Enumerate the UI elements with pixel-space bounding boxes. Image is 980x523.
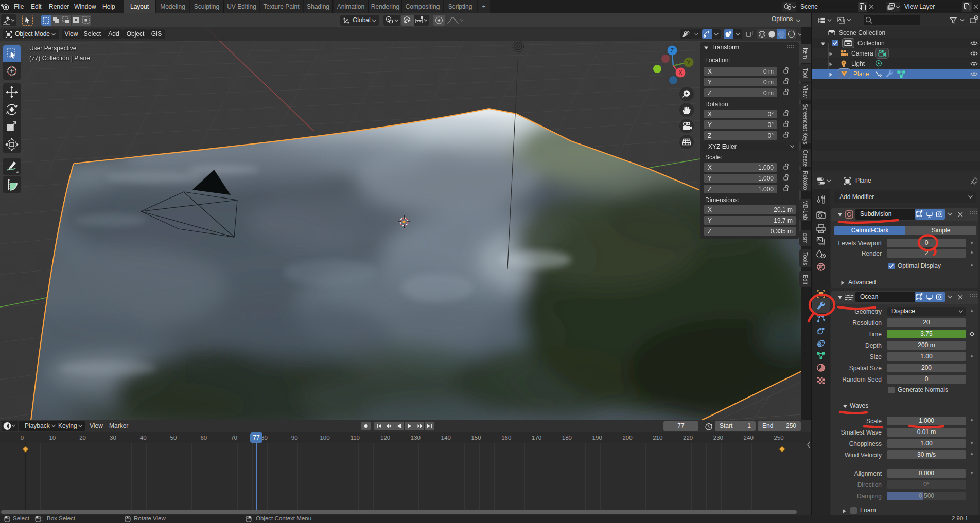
svg-text:Y: Y	[687, 60, 691, 65]
svg-text:X: X	[679, 70, 682, 76]
svg-text:Z: Z	[671, 48, 674, 53]
